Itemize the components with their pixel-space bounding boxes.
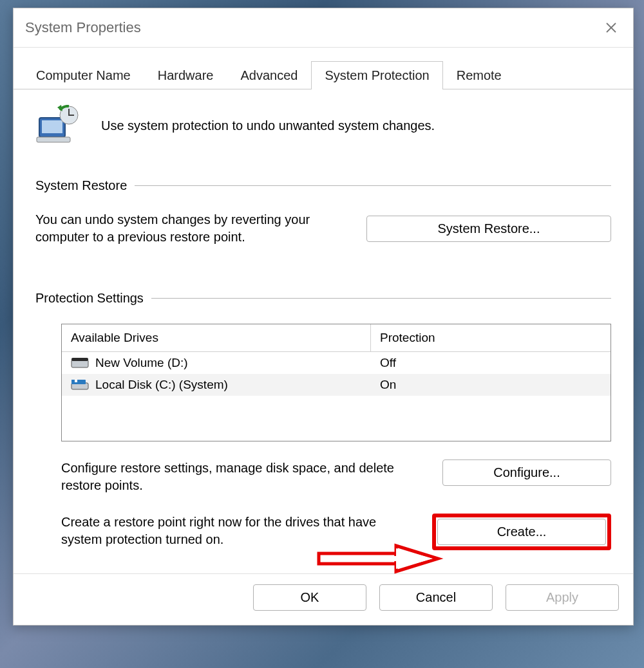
system-restore-row: You can undo system changes by reverting… <box>35 211 611 246</box>
group-heading-system-restore: System Restore <box>35 178 611 193</box>
drive-icon <box>71 357 89 369</box>
titlebar: System Properties <box>14 8 633 48</box>
drive-name: Local Disk (C:) (System) <box>95 378 228 392</box>
close-button[interactable] <box>598 15 624 41</box>
arrow-annotation <box>316 543 444 577</box>
cancel-button[interactable]: Cancel <box>379 584 493 611</box>
system-restore-icon <box>35 105 82 146</box>
apply-button: Apply <box>506 584 619 611</box>
rule <box>151 298 611 299</box>
configure-description: Configure restore settings, manage disk … <box>61 459 396 494</box>
configure-row: Configure restore settings, manage disk … <box>61 459 611 494</box>
drive-protection: Off <box>371 352 611 374</box>
window-title: System Properties <box>25 19 141 36</box>
table-row[interactable]: Local Disk (C:) (System) On <box>62 374 611 396</box>
intro-text: Use system protection to undo unwanted s… <box>101 118 435 133</box>
highlight-box: Create... <box>432 514 611 550</box>
tab-hardware[interactable]: Hardware <box>144 61 227 89</box>
svg-rect-4 <box>37 137 70 142</box>
drives-table: Available Drives Protection New Volume (… <box>61 324 611 441</box>
system-properties-window: System Properties Computer Name Hardware… <box>13 8 634 626</box>
col-protection[interactable]: Protection <box>371 324 611 352</box>
col-available-drives[interactable]: Available Drives <box>62 324 371 352</box>
svg-rect-12 <box>75 380 77 382</box>
svg-rect-16 <box>321 556 396 561</box>
svg-rect-11 <box>71 380 74 382</box>
tab-advanced[interactable]: Advanced <box>227 61 311 89</box>
protection-settings-heading: Protection Settings <box>35 291 144 306</box>
tab-system-protection[interactable]: System Protection <box>311 61 442 89</box>
svg-rect-8 <box>71 358 88 361</box>
ok-button[interactable]: OK <box>253 584 366 611</box>
drive-icon <box>71 379 89 391</box>
create-row: Create a restore point right now for the… <box>61 514 611 550</box>
drive-protection: On <box>371 374 611 396</box>
drive-name: New Volume (D:) <box>95 356 188 370</box>
rule <box>135 185 611 186</box>
table-header: Available Drives Protection <box>62 324 611 352</box>
system-restore-button[interactable]: System Restore... <box>366 216 611 242</box>
tab-computer-name[interactable]: Computer Name <box>23 61 144 89</box>
svg-marker-6 <box>57 105 62 111</box>
close-icon <box>605 22 617 33</box>
table-row[interactable]: New Volume (D:) Off <box>62 352 611 374</box>
dialog-buttons: OK Cancel Apply <box>14 573 633 625</box>
create-button[interactable]: Create... <box>437 519 606 545</box>
configure-button[interactable]: Configure... <box>442 459 611 486</box>
tab-pane-system-protection: Use system protection to undo unwanted s… <box>14 89 633 573</box>
system-restore-heading: System Restore <box>35 178 127 193</box>
table-empty-space <box>62 396 611 441</box>
system-restore-description: You can undo system changes by reverting… <box>35 211 319 246</box>
group-heading-protection-settings: Protection Settings <box>35 291 611 306</box>
tabstrip: Computer Name Hardware Advanced System P… <box>14 48 633 89</box>
svg-rect-3 <box>42 120 62 133</box>
tab-remote[interactable]: Remote <box>443 61 515 89</box>
arrow-right-icon <box>316 543 444 574</box>
intro-row: Use system protection to undo unwanted s… <box>35 105 611 146</box>
